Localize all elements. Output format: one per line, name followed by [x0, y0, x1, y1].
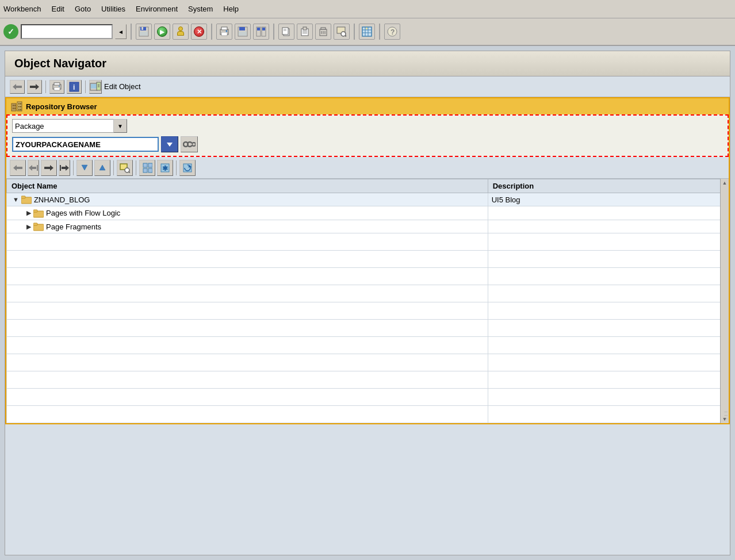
repository-browser-section: Repository Browser Package Program Funct…	[5, 97, 730, 424]
svg-rect-55	[13, 105, 14, 106]
table-row[interactable]: ▶ Pages with Flow Logic	[7, 206, 729, 220]
node-label-fragments: Page Fragments	[46, 223, 101, 231]
edit-object-icon-button[interactable]	[89, 80, 102, 94]
menu-utilities[interactable]: Utilities	[101, 5, 125, 13]
nav-wildcard-button[interactable]: ✱	[157, 160, 173, 176]
menu-edit[interactable]: Edit	[52, 5, 64, 13]
empty-row	[7, 389, 729, 406]
svg-point-45	[59, 86, 60, 87]
find-button[interactable]	[334, 24, 350, 40]
svg-marker-40	[13, 84, 22, 90]
stop-button[interactable]: ✕	[191, 24, 207, 40]
empty-row	[7, 251, 729, 268]
svg-rect-65	[20, 109, 21, 110]
tree-table-container: Object Name Description ▼	[6, 179, 729, 423]
repo-browser-label: Repository Browser	[26, 102, 97, 111]
nav-forward-button[interactable]	[41, 160, 57, 176]
svg-rect-43	[54, 83, 60, 85]
node-label-znhand: ZNHAND_BLOG	[34, 195, 90, 204]
svg-marker-74	[13, 165, 22, 171]
ok-button[interactable]: ✓	[3, 24, 18, 39]
print-button[interactable]	[216, 24, 232, 40]
empty-row	[7, 285, 729, 302]
svg-line-31	[345, 36, 346, 36]
empty-row	[7, 337, 729, 354]
menu-workbench[interactable]: Workbench	[3, 5, 41, 13]
svg-rect-10	[239, 32, 247, 36]
col-header-name: Object Name	[7, 179, 488, 193]
svg-text:✱: ✱	[162, 164, 168, 172]
save2-button[interactable]	[235, 24, 251, 40]
save3-button[interactable]	[253, 24, 269, 40]
svg-rect-49	[91, 84, 97, 89]
package-navigate-button[interactable]	[181, 136, 198, 152]
forward-button[interactable]	[27, 80, 42, 94]
expand-icon-fragments[interactable]: ▶	[26, 223, 31, 231]
nav-find-button[interactable]	[117, 160, 133, 176]
sep5	[379, 24, 380, 40]
nav-refresh-button[interactable]	[179, 160, 196, 176]
svg-rect-60	[18, 103, 20, 105]
package-name-input[interactable]	[12, 137, 159, 152]
help-button[interactable]: ?	[384, 24, 400, 40]
svg-line-84	[129, 172, 130, 172]
nav-expand-button[interactable]	[94, 160, 110, 176]
copy-button[interactable]	[278, 24, 294, 40]
package-type-select[interactable]: Package Program Function Group Class	[12, 119, 127, 133]
command-input[interactable]	[21, 24, 113, 39]
nav-sep2	[113, 160, 114, 175]
paste-button[interactable]	[297, 24, 313, 40]
package-dropdown-button[interactable]	[161, 136, 178, 152]
nav-back-button[interactable]	[10, 160, 26, 176]
menu-system[interactable]: System	[188, 5, 213, 13]
menu-environment[interactable]: Environment	[136, 5, 178, 13]
expand-icon-znhand[interactable]: ▼	[13, 196, 19, 203]
svg-rect-25	[321, 28, 326, 29]
menu-help[interactable]: Help	[223, 5, 239, 13]
table-row[interactable]: ▶ Page Fragments	[7, 220, 729, 233]
svg-point-83	[125, 168, 129, 172]
svg-rect-94	[21, 196, 25, 198]
svg-rect-79	[60, 165, 61, 171]
svg-rect-56	[14, 105, 16, 106]
person-button[interactable]	[173, 24, 189, 40]
sub-info-button[interactable]: i	[67, 80, 82, 94]
nav-collapse-button[interactable]	[76, 160, 93, 176]
svg-marker-81	[99, 165, 105, 170]
node-desc-znhand: UI5 Blog	[488, 193, 728, 206]
svg-rect-5	[221, 27, 227, 30]
svg-rect-61	[20, 103, 21, 105]
svg-rect-44	[54, 87, 60, 90]
svg-marker-41	[30, 84, 39, 90]
edit-object-label[interactable]: Edit Object	[104, 82, 141, 91]
scrollbar[interactable]: ▲ ▼ ·········	[720, 179, 729, 423]
svg-rect-14	[262, 28, 265, 30]
sub-toolbar: i Edit Object	[5, 76, 730, 97]
menu-goto[interactable]: Goto	[75, 5, 91, 13]
empty-row	[7, 320, 729, 337]
svg-rect-9	[239, 27, 245, 30]
command-arrow-button[interactable]: ◄	[115, 24, 127, 39]
nav-object-list-button[interactable]	[139, 160, 155, 176]
svg-rect-86	[143, 168, 147, 172]
repo-browser-icon	[11, 101, 22, 112]
green-circle-button[interactable]: ▶	[154, 24, 170, 40]
sub-print-button[interactable]	[49, 80, 64, 94]
svg-rect-88	[148, 168, 152, 172]
node-desc-pages	[488, 206, 728, 220]
svg-marker-77	[44, 165, 53, 171]
table-row[interactable]: ▼ ZNHAND_BLOG UI5 Blog	[7, 193, 729, 206]
nav-forward-end-button[interactable]	[59, 160, 70, 176]
svg-marker-78	[62, 165, 69, 171]
sub-sep1	[45, 80, 46, 93]
nav-back-end-button[interactable]	[28, 160, 39, 176]
svg-rect-96	[33, 210, 37, 212]
folder-icon	[33, 222, 44, 231]
delete-button[interactable]	[315, 24, 331, 40]
save-button[interactable]	[136, 24, 152, 40]
back-button[interactable]	[10, 80, 25, 94]
expand-icon-pages[interactable]: ▶	[26, 209, 31, 217]
grid-button[interactable]	[359, 24, 375, 40]
repo-browser-header[interactable]: Repository Browser	[6, 98, 729, 114]
svg-rect-64	[18, 109, 20, 110]
